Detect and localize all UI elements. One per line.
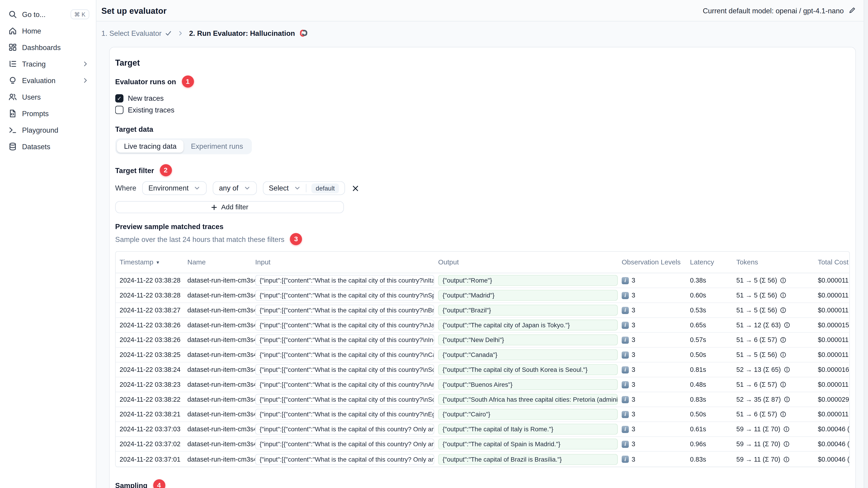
sidebar-item-home[interactable]: Home <box>0 23 96 39</box>
breadcrumb-step-1[interactable]: 1. Select Evaluator <box>101 29 172 37</box>
existing-traces-checkbox[interactable] <box>115 106 124 114</box>
sidebar-item-prompts[interactable]: Prompts <box>0 105 96 122</box>
row-total-cost: $0.000011 ( <box>818 276 849 284</box>
row-output-box[interactable]: {"output":"The capital of Spain is Madri… <box>438 438 618 449</box>
table-row[interactable]: 2024-11-22 03:38:28 dataset-run-item-cm3… <box>116 288 849 303</box>
chevron-down-icon <box>294 185 301 192</box>
table-row[interactable]: 2024-11-22 03:38:22 dataset-run-item-cm3… <box>116 392 849 407</box>
row-tokens: 51 → 12 (Σ 63) <box>736 321 818 329</box>
goto-search[interactable]: Go to... ⌘ K <box>0 6 96 23</box>
tab-live-tracing-data[interactable]: Live tracing data <box>117 140 184 153</box>
table-row[interactable]: 2024-11-22 03:38:23 dataset-run-item-cm3… <box>116 377 849 392</box>
info-circle-icon[interactable] <box>780 292 786 299</box>
row-output-box[interactable]: {"output":"Buenos Aires"} <box>438 379 618 390</box>
row-input-box[interactable]: {"input":[{"content":"What is the capita… <box>255 454 434 464</box>
table-row[interactable]: 2024-11-22 03:38:26 dataset-run-item-cm3… <box>116 318 849 333</box>
row-input-box[interactable]: {"input":[{"content":"What is the capita… <box>255 364 434 375</box>
row-input-box[interactable]: {"input":[{"content":"What is the capita… <box>255 394 434 405</box>
filter-value-dropdown[interactable]: Select default <box>263 181 345 195</box>
table-row[interactable]: 2024-11-22 03:38:24 dataset-run-item-cm3… <box>116 362 849 377</box>
info-circle-icon[interactable] <box>780 336 786 343</box>
sidebar-item-tracing[interactable]: Tracing <box>0 56 96 72</box>
row-total-cost: $0.00046 ( <box>818 440 849 448</box>
row-output-box[interactable]: {"output":"Cairo"} <box>438 409 618 420</box>
info-circle-icon[interactable] <box>780 411 786 418</box>
col-observation-levels[interactable]: Observation Levels <box>622 258 690 266</box>
checkbox-row-new-traces[interactable]: ✓ New traces <box>115 93 850 104</box>
row-input-box[interactable]: {"input":[{"content":"What is the capita… <box>255 334 434 346</box>
info-circle-icon[interactable] <box>783 456 790 462</box>
checkbox-row-existing-traces[interactable]: Existing traces <box>115 104 850 116</box>
table-row[interactable]: 2024-11-22 03:38:25 dataset-run-item-cm3… <box>116 348 849 362</box>
info-circle-icon[interactable] <box>780 351 786 358</box>
row-input-box[interactable]: {"input":[{"content":"What is the capita… <box>255 320 434 330</box>
table-row[interactable]: 2024-11-22 03:37:01 dataset-run-item-cm3… <box>116 452 849 467</box>
table-row[interactable]: 2024-11-22 03:37:02 dataset-run-item-cm3… <box>116 437 849 452</box>
info-circle-icon[interactable] <box>780 307 786 314</box>
target-filter-label: Target filter <box>115 166 154 174</box>
table-row[interactable]: 2024-11-22 03:37:03 dataset-run-item-cm3… <box>116 422 849 437</box>
row-total-cost: $0.000011 ( <box>818 306 849 314</box>
col-output[interactable]: Output <box>438 258 622 266</box>
table-header: Timestamp ▼ Name Input Output Observatio… <box>116 252 849 273</box>
tab-experiment-runs[interactable]: Experiment runs <box>184 140 250 153</box>
row-input-box[interactable]: {"input":[{"content":"What is the capita… <box>255 424 434 435</box>
row-latency: 0.53s <box>690 306 737 314</box>
row-output-box[interactable]: {"output":"Rome"} <box>438 275 618 286</box>
remove-filter-icon[interactable] <box>351 184 360 192</box>
pencil-icon[interactable] <box>848 7 856 14</box>
row-output-box[interactable]: {"output":"Brazil"} <box>438 304 618 316</box>
breadcrumb-step-2: 2. Run Evaluator: Hallucination <box>189 29 308 38</box>
add-filter-button[interactable]: Add filter <box>115 201 344 213</box>
row-name: dataset-run-item-cm3s4 <box>187 336 255 344</box>
row-input-box[interactable]: {"input":[{"content":"What is the capita… <box>255 409 434 420</box>
col-latency[interactable]: Latency <box>690 258 737 266</box>
row-input-box[interactable]: {"input":[{"content":"What is the capita… <box>255 304 434 316</box>
sidebar-item-users[interactable]: Users <box>0 89 96 105</box>
row-output-box[interactable]: {"output":"The capital city of South Kor… <box>438 364 618 375</box>
row-total-cost: $0.000015 <box>818 321 849 329</box>
info-circle-icon[interactable] <box>780 381 786 388</box>
row-output-box[interactable]: {"output":"Canada"} <box>438 349 618 360</box>
table-row[interactable]: 2024-11-22 03:38:28 dataset-run-item-cm3… <box>116 273 849 288</box>
info-circle-icon[interactable] <box>783 322 790 328</box>
row-input-box[interactable]: {"input":[{"content":"What is the capita… <box>255 349 434 360</box>
filter-column-dropdown[interactable]: Environment <box>143 181 207 195</box>
table-row[interactable]: 2024-11-22 03:38:26 dataset-run-item-cm3… <box>116 333 849 348</box>
col-name[interactable]: Name <box>187 258 255 266</box>
sidebar-item-dashboards[interactable]: Dashboards <box>0 39 96 56</box>
sidebar-item-playground[interactable]: Playground <box>0 122 96 138</box>
sidebar-item-datasets[interactable]: Datasets <box>0 138 96 155</box>
col-input[interactable]: Input <box>255 258 438 266</box>
info-circle-icon[interactable] <box>780 277 786 284</box>
row-latency: 0.61s <box>690 425 737 433</box>
table-row[interactable]: 2024-11-22 03:38:21 dataset-run-item-cm3… <box>116 407 849 422</box>
row-output-box[interactable]: {"output":"The capital city of Japan is … <box>438 320 618 330</box>
row-input-box[interactable]: {"input":[{"content":"What is the capita… <box>255 290 434 301</box>
row-output-box[interactable]: {"output":"The capital of Italy is Rome.… <box>438 424 618 435</box>
row-output-box[interactable]: {"output":"South Africa has three capita… <box>438 394 618 405</box>
sidebar-item-evaluation[interactable]: Evaluation <box>0 72 96 89</box>
dashboards-icon <box>8 43 17 52</box>
table-row[interactable]: 2024-11-22 03:38:27 dataset-run-item-cm3… <box>116 303 849 318</box>
row-total-cost: $0.000016 <box>818 366 849 374</box>
col-tokens[interactable]: Tokens <box>736 258 818 266</box>
new-traces-checkbox[interactable]: ✓ <box>115 94 124 102</box>
row-output-box[interactable]: {"output":"Madrid"} <box>438 290 618 301</box>
row-input-box[interactable]: {"input":[{"content":"What is the capita… <box>255 275 434 286</box>
col-total-cost[interactable]: Total Cost <box>818 258 849 266</box>
row-input-box[interactable]: {"input":[{"content":"What is the capita… <box>255 438 434 449</box>
row-output-box[interactable]: {"output":"New Delhi"} <box>438 334 618 346</box>
row-output-box[interactable]: {"output":"The capital of Brazil is Bras… <box>438 454 618 464</box>
info-circle-icon[interactable] <box>783 441 790 447</box>
info-circle-icon[interactable] <box>783 396 790 403</box>
row-input-box[interactable]: {"input":[{"content":"What is the capita… <box>255 379 434 390</box>
row-total-cost: $0.00046 ( <box>818 425 849 433</box>
col-timestamp[interactable]: Timestamp ▼ <box>120 258 187 266</box>
search-icon <box>8 10 17 19</box>
info-circle-icon[interactable] <box>783 426 790 432</box>
info-square-icon: i <box>622 351 629 358</box>
info-circle-icon[interactable] <box>783 366 790 373</box>
filter-operator-dropdown[interactable]: any of <box>213 181 257 195</box>
page-scrollbar[interactable] <box>864 0 868 488</box>
